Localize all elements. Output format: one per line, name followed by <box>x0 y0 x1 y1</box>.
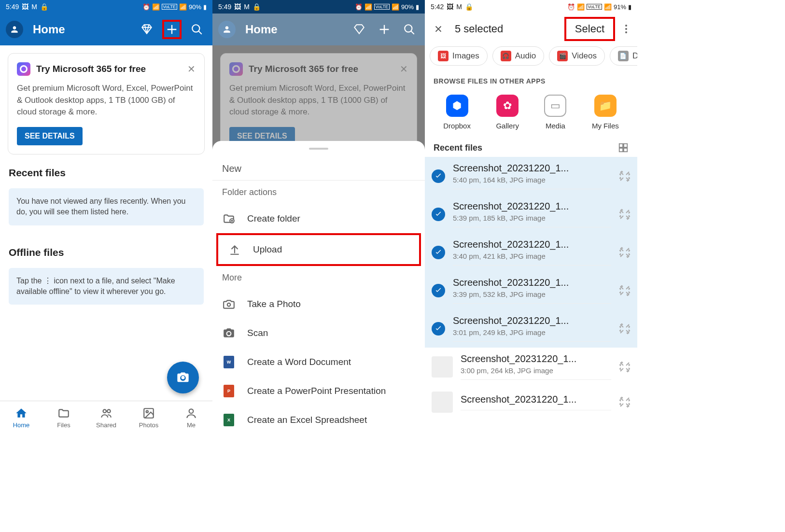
nav-me[interactable]: Me <box>170 401 212 434</box>
svg-point-1 <box>103 409 107 413</box>
upload-icon <box>228 243 241 256</box>
lock-icon: 🔒 <box>465 3 473 11</box>
chip-audio[interactable]: 🎧 Audio <box>492 46 544 66</box>
dropbox-icon: ⬢ <box>446 95 468 117</box>
wifi-icon: 📶 <box>152 3 160 11</box>
file-item[interactable]: Screenshot_20231220_1... <box>425 386 637 419</box>
app-gallery[interactable]: ✿ Gallery <box>496 95 519 130</box>
expand-icon[interactable] <box>619 170 631 182</box>
battery-icon: ▮ <box>203 3 207 11</box>
nav-shared[interactable]: Shared <box>85 401 127 434</box>
create-excel-item[interactable]: X Create an Excel Spreadsheet <box>212 406 425 434</box>
svg-rect-13 <box>624 148 627 152</box>
status-time: 5:49 <box>6 3 19 11</box>
file-name: Screenshot_20231220_1... <box>453 239 611 250</box>
file-name: Screenshot_20231220_1... <box>453 201 611 212</box>
nav-label: Photos <box>139 421 158 429</box>
file-meta: 5:39 pm, 185 kB, JPG image <box>453 214 611 222</box>
checkmark-icon <box>432 208 445 221</box>
camera-fab[interactable] <box>167 362 199 393</box>
file-name: Screenshot_20231220_1... <box>461 353 611 364</box>
image-icon: 🖼 <box>447 3 453 11</box>
offline-files-info: Tap the ⋮ icon next to a file, and selec… <box>9 268 204 305</box>
take-photo-item[interactable]: Take a Photo <box>212 290 425 319</box>
file-item[interactable]: Screenshot_20231220_1...3:40 pm, 421 kB,… <box>425 233 637 271</box>
scan-item[interactable]: Scan <box>212 319 425 348</box>
gallery-icon: ✿ <box>496 95 519 117</box>
expand-icon[interactable] <box>619 285 631 296</box>
status-time: 5:42 <box>431 3 444 11</box>
expand-icon[interactable] <box>619 361 631 373</box>
chip-images[interactable]: 🖼 Images <box>430 46 488 66</box>
wifi-icon: 📶 <box>577 3 585 11</box>
avatar[interactable] <box>6 21 23 38</box>
close-icon[interactable] <box>429 19 448 39</box>
app-myfiles[interactable]: 📁 My Files <box>592 95 619 130</box>
chip-label: Videos <box>572 51 597 61</box>
close-icon[interactable]: ✕ <box>187 63 196 75</box>
wifi-icon: 📶 <box>364 3 372 11</box>
expand-icon[interactable] <box>619 323 631 335</box>
battery-icon: ▮ <box>416 3 419 11</box>
upload-label: Upload <box>253 244 282 255</box>
chip-videos[interactable]: 🎬 Videos <box>549 46 605 66</box>
file-item[interactable]: Screenshot_20231220_1...3:00 pm, 264 kB,… <box>425 348 637 386</box>
file-item[interactable]: Screenshot_20231220_1...3:39 pm, 532 kB,… <box>425 271 637 309</box>
file-list: Screenshot_20231220_1...5:40 pm, 164 kB,… <box>425 157 637 419</box>
offline-files-heading: Offline files <box>0 242 212 263</box>
chip-label: Images <box>452 51 479 61</box>
browse-apps-heading: BROWSE FILES IN OTHER APPS <box>425 68 637 91</box>
status-bar: 5:42 🖼 M 🔒 ⏰ 📶 VoLTE 📶 91% ▮ <box>425 0 637 14</box>
app-dropbox[interactable]: ⬢ Dropbox <box>443 95 471 130</box>
excel-icon: X <box>222 413 236 427</box>
search-icon[interactable] <box>187 20 207 39</box>
create-ppt-label: Create a PowerPoint Presentation <box>247 386 386 396</box>
mail-icon: M <box>456 3 462 11</box>
selected-count: 5 selected <box>455 23 503 35</box>
sheet-new-label: New <box>212 157 425 180</box>
see-details-button[interactable]: SEE DETAILS <box>17 127 83 145</box>
more-menu-icon[interactable] <box>619 25 633 33</box>
app-media[interactable]: ▭ Media <box>544 95 566 130</box>
status-bar: 5:49 🖼 M 🔒 ⏰ 📶 VoLTE 📶 90% ▮ <box>212 0 425 14</box>
nav-photos[interactable]: Photos <box>127 401 170 434</box>
expand-icon[interactable] <box>619 209 631 220</box>
videos-icon: 🎬 <box>557 51 568 61</box>
select-button[interactable]: Select <box>564 17 615 41</box>
sheet-handle[interactable] <box>309 148 328 150</box>
expand-icon[interactable] <box>619 396 631 408</box>
bottom-nav: Home Files Shared Photos Me <box>0 401 212 434</box>
chip-label: Audio <box>515 51 536 61</box>
recent-files-info: You have not viewed any files recently. … <box>9 188 204 225</box>
search-icon <box>400 20 419 39</box>
file-item[interactable]: Screenshot_20231220_1...5:39 pm, 185 kB,… <box>425 195 637 233</box>
add-button[interactable] <box>162 20 182 39</box>
create-word-item[interactable]: W Create a Word Document <box>212 348 425 377</box>
file-item[interactable]: Screenshot_20231220_1...5:40 pm, 164 kB,… <box>425 157 637 195</box>
diamond-icon[interactable] <box>137 20 156 39</box>
mail-icon: M <box>31 3 37 11</box>
chip-documents[interactable]: 📄 Do <box>610 46 637 66</box>
create-ppt-item[interactable]: P Create a PowerPoint Presentation <box>212 377 425 406</box>
folder-plus-icon <box>222 212 236 225</box>
create-folder-item[interactable]: Create folder <box>212 204 425 233</box>
images-icon: 🖼 <box>438 51 449 61</box>
card-title: Try Microsoft 365 for free <box>36 64 146 74</box>
status-bar: 5:49 🖼 M 🔒 ⏰ 📶 VoLTE 📶 90% ▮ <box>0 0 212 14</box>
grid-view-icon[interactable] <box>618 142 629 153</box>
app-grid: ⬢ Dropbox ✿ Gallery ▭ Media 📁 My Files <box>425 91 637 134</box>
svg-rect-10 <box>619 144 623 147</box>
word-icon: W <box>222 355 236 369</box>
nav-files[interactable]: Files <box>42 401 85 434</box>
file-item[interactable]: Screenshot_20231220_1...3:01 pm, 249 kB,… <box>425 309 637 348</box>
battery-icon: ▮ <box>628 3 631 11</box>
selection-topbar: 5 selected Select <box>425 14 637 44</box>
upload-item[interactable]: Upload <box>218 235 419 264</box>
expand-icon[interactable] <box>619 247 631 258</box>
app-label: Dropbox <box>443 122 471 130</box>
app-label: Gallery <box>496 122 519 130</box>
app-bar: Home <box>212 14 425 45</box>
svg-rect-11 <box>624 144 627 147</box>
signal-icon: 📶 <box>604 3 612 11</box>
nav-home[interactable]: Home <box>0 401 42 434</box>
